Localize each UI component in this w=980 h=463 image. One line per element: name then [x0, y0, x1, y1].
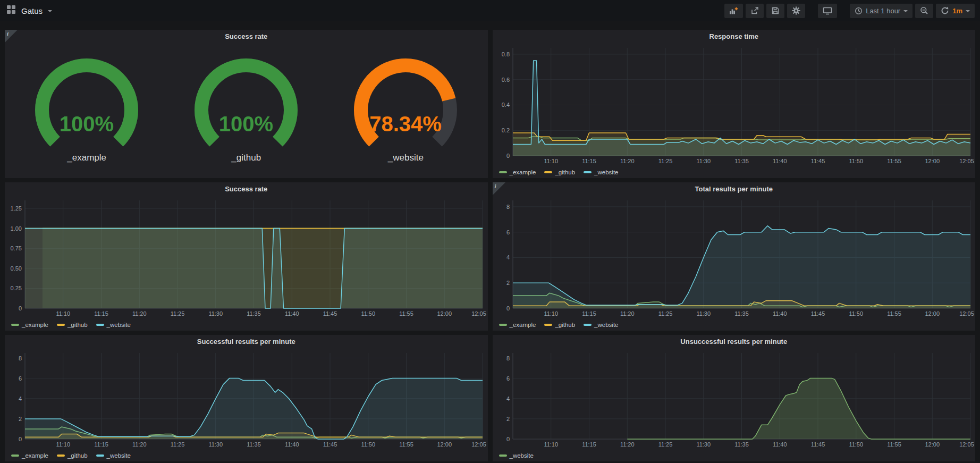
svg-text:11:30: 11:30 [208, 441, 223, 448]
svg-text:2: 2 [19, 416, 22, 422]
svg-text:6: 6 [506, 229, 509, 235]
gauge-example: 100%_example [9, 56, 164, 163]
settings-button[interactable] [787, 4, 805, 18]
success-rate-chart[interactable]: 11:1011:1511:2011:2511:3011:3511:4011:45… [5, 196, 488, 319]
refresh-interval-label: 1m [952, 7, 962, 15]
svg-text:0: 0 [506, 305, 509, 312]
svg-text:11:40: 11:40 [772, 158, 787, 164]
legend-item-github[interactable]: _github [57, 452, 88, 459]
clock-icon [855, 7, 863, 15]
legend-swatch [544, 171, 552, 173]
svg-text:11:15: 11:15 [582, 310, 596, 317]
svg-text:11:55: 11:55 [887, 158, 901, 164]
svg-text:11:45: 11:45 [810, 441, 825, 448]
panel-title[interactable]: Success rate [5, 30, 488, 44]
add-panel-button[interactable] [724, 4, 743, 18]
legend-item-github[interactable]: _github [57, 322, 88, 328]
legend-item-example[interactable]: _example [11, 452, 48, 459]
svg-text:11:35: 11:35 [734, 158, 749, 164]
panel-title[interactable]: Success rate [5, 182, 488, 196]
svg-text:1.00: 1.00 [11, 225, 22, 232]
chart-area: 11:1011:1511:2011:2511:3011:3511:4011:45… [493, 44, 976, 166]
svg-text:11:25: 11:25 [171, 310, 185, 317]
svg-text:0.25: 0.25 [11, 285, 22, 291]
svg-text:0.50: 0.50 [11, 265, 22, 272]
nav-right: Last 1 hour 1m [724, 4, 975, 18]
panel-title[interactable]: Successful results per minute [5, 335, 488, 349]
svg-text:11:45: 11:45 [810, 310, 825, 317]
total-results-chart[interactable]: 11:1011:1511:2011:2511:3011:3511:4011:45… [493, 196, 976, 319]
svg-text:11:15: 11:15 [582, 441, 596, 448]
panel-info-icon[interactable]: i [5, 30, 18, 43]
svg-text:2: 2 [506, 416, 509, 422]
svg-text:11:35: 11:35 [734, 310, 749, 317]
svg-text:12:00: 12:00 [437, 310, 452, 317]
svg-text:11:10: 11:10 [544, 158, 558, 164]
legend-swatch [499, 454, 507, 457]
panel-title[interactable]: Unsuccessful results per minute [493, 335, 976, 349]
svg-text:11:20: 11:20 [132, 310, 147, 317]
response-time-chart[interactable]: 11:1011:1511:2011:2511:3011:3511:4011:45… [493, 44, 976, 166]
svg-text:11:45: 11:45 [323, 441, 337, 448]
chevron-down-icon [966, 10, 970, 12]
svg-text:12:05: 12:05 [959, 310, 974, 317]
svg-text:0: 0 [506, 153, 509, 159]
svg-text:11:30: 11:30 [696, 310, 711, 317]
legend-item-example[interactable]: _example [499, 169, 536, 175]
svg-text:12:05: 12:05 [471, 310, 486, 317]
legend-swatch [499, 324, 507, 326]
legend-item-website[interactable]: _website [96, 322, 131, 328]
legend-swatch [499, 171, 507, 173]
svg-text:12:00: 12:00 [925, 158, 940, 164]
legend-swatch [96, 454, 104, 457]
refresh-button[interactable]: 1m [936, 4, 975, 18]
svg-text:11:25: 11:25 [171, 441, 185, 448]
svg-text:0: 0 [506, 436, 509, 442]
chart-area: 11:1011:1511:2011:2511:3011:3511:4011:45… [493, 349, 976, 450]
successful-results-chart[interactable]: 11:1011:1511:2011:2511:3011:3511:4011:45… [5, 349, 488, 450]
svg-text:11:50: 11:50 [849, 441, 863, 448]
svg-text:11:25: 11:25 [658, 310, 672, 317]
zoom-out-button[interactable] [915, 4, 933, 18]
svg-text:6: 6 [19, 375, 22, 382]
svg-text:8: 8 [506, 204, 509, 210]
svg-text:4: 4 [506, 395, 509, 402]
svg-text:11:10: 11:10 [544, 441, 558, 448]
svg-text:11:20: 11:20 [620, 310, 634, 317]
panel-unsuccessful-results: Unsuccessful results per minute 11:1011:… [493, 335, 976, 461]
gauges-container: 100%_example100%_github78.34%_website [5, 44, 488, 178]
gauge-label: _github [231, 153, 261, 163]
dashboard-title[interactable]: Gatus [21, 6, 43, 15]
time-range-button[interactable]: Last 1 hour [850, 4, 913, 18]
legend-item-website[interactable]: _website [499, 452, 534, 459]
panel-response-time: Response time 11:1011:1511:2011:2511:301… [493, 30, 976, 178]
legend-item-example[interactable]: _example [499, 322, 536, 328]
gauge-label: _example [67, 153, 106, 163]
gauge-value: 78.34% [370, 112, 442, 136]
svg-text:11:30: 11:30 [696, 158, 711, 164]
save-icon [771, 6, 780, 15]
save-button[interactable] [766, 4, 784, 18]
svg-text:11:15: 11:15 [94, 441, 108, 448]
legend-item-github[interactable]: _github [544, 322, 575, 328]
legend-item-website[interactable]: _website [584, 169, 618, 175]
panel-info-icon[interactable]: i [493, 182, 505, 195]
legend-item-website[interactable]: _website [96, 452, 131, 459]
panel-success-rate-chart: Success rate 11:1011:1511:2011:2511:3011… [5, 182, 488, 331]
legend-swatch [57, 324, 65, 326]
cycle-view-button[interactable] [818, 4, 837, 18]
gauge-github: 100%_github [168, 56, 324, 163]
share-button[interactable] [746, 4, 764, 18]
legend-item-example[interactable]: _example [11, 322, 48, 328]
legend-item-github[interactable]: _github [544, 169, 575, 175]
panel-title[interactable]: Total results per minute [493, 182, 976, 196]
panel-title[interactable]: Response time [493, 30, 976, 44]
chart-legend: _website [493, 450, 976, 461]
svg-text:11:50: 11:50 [849, 158, 863, 164]
legend-item-website[interactable]: _website [584, 322, 618, 328]
gauge-value: 100% [219, 112, 273, 136]
apps-grid-icon[interactable] [6, 5, 16, 16]
unsuccessful-results-chart[interactable]: 11:1011:1511:2011:2511:3011:3511:4011:45… [493, 349, 976, 450]
svg-text:6: 6 [506, 375, 509, 382]
svg-text:11:50: 11:50 [849, 310, 863, 317]
